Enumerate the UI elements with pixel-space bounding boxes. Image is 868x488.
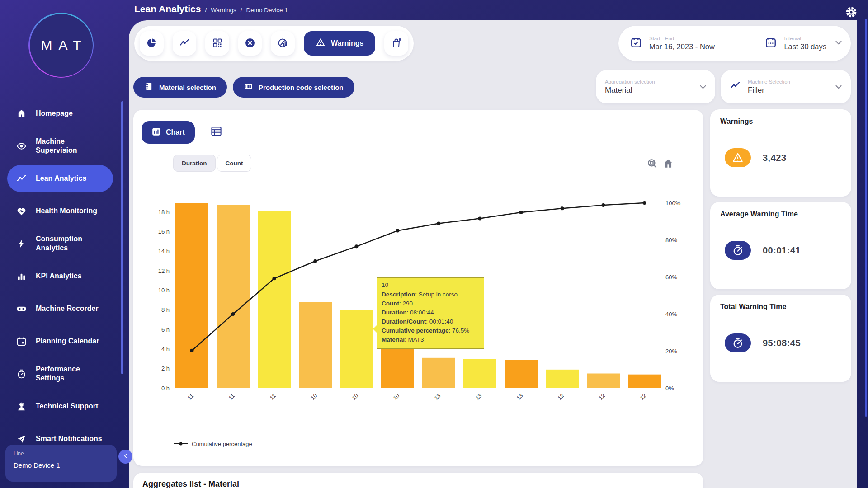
sidebar-item-kpi-analytics[interactable]: KPI Analytics bbox=[7, 260, 113, 292]
aggregation-selection-dropdown[interactable]: Aggregation selection Material bbox=[596, 70, 715, 103]
production-code-selection-label: Production code selection bbox=[259, 84, 344, 91]
date-range-toolbar: Start - End Mar 16, 2023 - Now Interval … bbox=[618, 26, 851, 61]
svg-text:18 h: 18 h bbox=[158, 209, 170, 216]
warnings-view-button[interactable]: Warnings bbox=[304, 31, 375, 56]
tooltip-row: Cumulative percentage: 76.5% bbox=[382, 326, 479, 335]
svg-text:13: 13 bbox=[474, 392, 483, 401]
legend-label: Cumulative percentage bbox=[192, 441, 252, 447]
start-end-label: Start - End bbox=[649, 36, 715, 41]
svg-text:4 h: 4 h bbox=[161, 346, 170, 352]
sidebar-item-performance-settings[interactable]: Performance Settings bbox=[7, 357, 113, 390]
svg-text:8 h: 8 h bbox=[161, 306, 170, 313]
beaker-icon bbox=[144, 82, 154, 93]
breadcrumb-item-device[interactable]: Demo Device 1 bbox=[246, 7, 288, 14]
svg-text:60%: 60% bbox=[665, 274, 677, 281]
production-code-selection-button[interactable]: Production code selection bbox=[233, 77, 354, 98]
recorder-icon bbox=[16, 303, 28, 314]
x-circle-icon bbox=[245, 38, 255, 50]
warning-triangle-icon bbox=[725, 148, 751, 167]
warning-triangle-icon bbox=[316, 38, 326, 49]
bolt-icon bbox=[16, 238, 28, 249]
svg-text:80%: 80% bbox=[665, 237, 677, 244]
stopwatch-icon bbox=[725, 241, 751, 260]
tooltip-rows: Description: Setup in corsoCount: 290Dur… bbox=[382, 290, 479, 344]
kpi-value: 95:08:45 bbox=[763, 338, 801, 348]
svg-text:100%: 100% bbox=[665, 200, 681, 206]
sidebar-collapse-button[interactable] bbox=[118, 450, 132, 464]
chevron-down-icon bbox=[698, 82, 708, 94]
line-chart-view-button[interactable] bbox=[173, 31, 197, 56]
sidebar-item-planning-calendar[interactable]: Planning Calendar bbox=[7, 325, 113, 357]
sidebar-nav: Homepage Machine Supervision Lean Analyt… bbox=[0, 97, 129, 455]
sidebar-item-homepage[interactable]: Homepage bbox=[7, 97, 113, 130]
calendar-icon bbox=[16, 336, 28, 347]
breadcrumb-item-warnings[interactable]: Warnings bbox=[211, 7, 236, 14]
pie-chart-icon bbox=[146, 38, 157, 50]
warnings-kpi-card: Warnings 3,423 bbox=[710, 109, 851, 197]
svg-text:16 h: 16 h bbox=[158, 228, 170, 235]
svg-text:11: 11 bbox=[269, 393, 277, 401]
bar-chart-icon bbox=[16, 271, 28, 282]
bag-x-view-button[interactable] bbox=[384, 31, 408, 56]
tooltip-title: 10 bbox=[382, 281, 479, 290]
settings-button[interactable] bbox=[845, 6, 857, 18]
tooltip-row: Description: Setup in corso bbox=[382, 290, 479, 299]
svg-text:0 h: 0 h bbox=[161, 385, 170, 392]
aggregates-card: Aggregates list - Material bbox=[133, 473, 703, 488]
sidebar-item-lean-analytics[interactable]: Lean Analytics bbox=[7, 165, 113, 192]
sidebar-item-technical-support[interactable]: Technical Support bbox=[7, 390, 113, 422]
kpi-title: Total Warning Time bbox=[720, 303, 841, 311]
x-circle-view-button[interactable] bbox=[238, 31, 262, 56]
start-end-picker[interactable]: Start - End Mar 16, 2023 - Now bbox=[618, 26, 753, 61]
interval-value: Last 30 days bbox=[784, 42, 826, 51]
breadcrumb: Lean Analytics / Warnings / Demo Device … bbox=[134, 4, 288, 14]
sidebar-item-machine-supervision[interactable]: Machine Supervision bbox=[7, 130, 113, 162]
line-chart-icon bbox=[179, 38, 190, 50]
view-toolbar: Warnings bbox=[134, 26, 414, 61]
bag-x-icon bbox=[391, 38, 402, 50]
material-selection-button[interactable]: Material selection bbox=[133, 77, 227, 98]
kpi-value: 3,423 bbox=[763, 153, 787, 163]
sidebar-item-consumption-analytics[interactable]: Consumption Analytics bbox=[7, 227, 113, 260]
barcode-icon bbox=[244, 82, 253, 93]
app-logo: MAT bbox=[28, 13, 94, 78]
heart-pulse-icon bbox=[16, 206, 28, 216]
breadcrumb-separator: / bbox=[241, 7, 242, 14]
gear-icon bbox=[845, 13, 857, 19]
svg-text:2 h: 2 h bbox=[161, 365, 170, 372]
sidebar-item-health-monitoring[interactable]: Health Monitoring bbox=[7, 195, 113, 227]
send-icon bbox=[16, 433, 28, 444]
svg-text:12: 12 bbox=[598, 392, 607, 401]
svg-text:14 h: 14 h bbox=[158, 248, 170, 254]
home-icon bbox=[16, 108, 28, 119]
svg-text:0%: 0% bbox=[665, 385, 674, 392]
sidebar-scrollbar[interactable] bbox=[121, 101, 123, 374]
chevron-down-icon bbox=[834, 82, 844, 94]
pie-chart-view-button[interactable] bbox=[140, 31, 164, 56]
qr-grid-view-button[interactable] bbox=[205, 31, 229, 56]
svg-text:12 h: 12 h bbox=[158, 267, 170, 274]
chevron-down-icon bbox=[834, 38, 844, 49]
machine-selection-label: Machine Selection bbox=[748, 79, 790, 84]
chart-legend[interactable]: Cumulative percentage bbox=[174, 440, 252, 448]
tooltip-row: Duration/Count: 00:01:40 bbox=[382, 317, 479, 326]
svg-text:11: 11 bbox=[227, 393, 236, 401]
device-panel-label: Line bbox=[14, 450, 108, 457]
qr-grid-icon bbox=[212, 38, 223, 50]
svg-text:10: 10 bbox=[351, 392, 360, 401]
svg-text:20%: 20% bbox=[665, 348, 677, 355]
sidebar-item-machine-recorder[interactable]: Machine Recorder bbox=[7, 292, 113, 325]
svg-text:12: 12 bbox=[557, 392, 566, 401]
chevron-left-icon bbox=[122, 452, 129, 461]
eye-icon bbox=[16, 141, 28, 151]
tooltip-row: Material: MAT3 bbox=[382, 335, 479, 344]
svg-text:11: 11 bbox=[186, 393, 195, 401]
aggregates-title: Aggregates list - Material bbox=[142, 479, 694, 488]
warnings-view-label: Warnings bbox=[331, 39, 363, 47]
page-scrollbar[interactable] bbox=[865, 19, 867, 417]
machine-selection-dropdown[interactable]: Machine Selection Filler bbox=[721, 70, 851, 103]
svg-text:10 h: 10 h bbox=[158, 287, 170, 294]
gauge-bars-view-button[interactable] bbox=[271, 31, 295, 56]
interval-picker[interactable]: Interval Last 30 days bbox=[753, 26, 851, 61]
trend-icon bbox=[16, 173, 28, 184]
